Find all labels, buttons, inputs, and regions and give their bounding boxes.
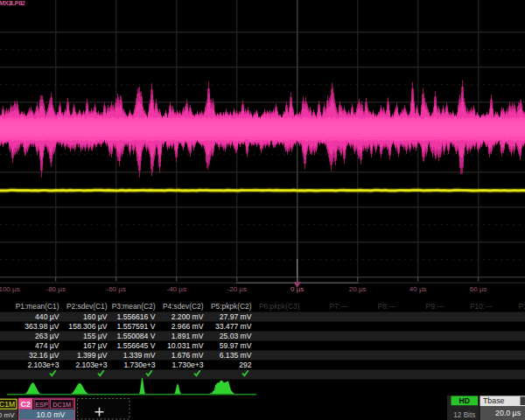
svg-text:27.97 mV: 27.97 mV <box>220 312 252 321</box>
svg-text:40 µs: 40 µs <box>410 285 427 293</box>
svg-text:292: 292 <box>239 360 252 369</box>
svg-text:363.98 µV: 363.98 µV <box>24 322 60 331</box>
svg-text:474 µV: 474 µV <box>35 341 60 350</box>
svg-text:P3:mean(C2): P3:mean(C2) <box>112 302 156 311</box>
svg-text:P4:sdev(C2): P4:sdev(C2) <box>163 302 204 311</box>
svg-text:1.891 mV: 1.891 mV <box>172 332 204 340</box>
svg-text:ESP: ESP <box>35 401 48 409</box>
svg-text:-80 µs: -80 µs <box>46 285 65 293</box>
svg-text:440 µV: 440 µV <box>35 312 60 321</box>
svg-text:-60 µs: -60 µs <box>106 285 125 293</box>
svg-text:25.03 mV: 25.03 mV <box>220 332 252 340</box>
svg-text:1.556645 V: 1.556645 V <box>117 341 156 350</box>
svg-text:155 µV: 155 µV <box>83 332 108 340</box>
svg-text:P6:pkpk(C3): P6:pkpk(C3) <box>259 302 300 311</box>
svg-text:P5:pkpk(C2): P5:pkpk(C2) <box>211 302 252 311</box>
svg-text:160 µV: 160 µV <box>83 312 108 321</box>
svg-text:1.399 µV: 1.399 µV <box>77 351 108 360</box>
svg-text:0 µs: 0 µs <box>290 285 304 293</box>
svg-text:0 mV: 0 mV <box>0 411 15 419</box>
svg-text:1.730e+3: 1.730e+3 <box>172 360 203 369</box>
svg-text:2.200 mV: 2.200 mV <box>172 312 204 321</box>
svg-text:P9:---: P9:--- <box>426 302 444 311</box>
svg-text:DC1M: DC1M <box>52 401 71 409</box>
svg-text:2.103e+3: 2.103e+3 <box>27 360 59 369</box>
svg-text:158.306 µV: 158.306 µV <box>68 322 107 331</box>
svg-text:P2:sdev(C1): P2:sdev(C1) <box>66 302 108 311</box>
svg-text:32.16 µV: 32.16 µV <box>29 351 60 360</box>
svg-text:1.556616 V: 1.556616 V <box>117 312 156 321</box>
svg-text:1.339 mV: 1.339 mV <box>123 351 156 360</box>
svg-text:P1:mean(C1): P1:mean(C1) <box>16 302 60 311</box>
svg-text:1.557591 V: 1.557591 V <box>117 322 156 331</box>
svg-text:60 µs: 60 µs <box>470 285 487 293</box>
svg-text:1.550084 V: 1.550084 V <box>117 332 156 340</box>
svg-text:P7:---: P7:--- <box>330 302 348 311</box>
svg-text:-100 µs: -100 µs <box>0 285 20 293</box>
svg-text:DC1M: DC1M <box>0 400 15 409</box>
svg-text:59.97 mV: 59.97 mV <box>220 341 252 350</box>
svg-text:10.0 mV: 10.0 mV <box>37 410 66 419</box>
svg-text:33.477 mV: 33.477 mV <box>215 322 252 331</box>
svg-text:263 µV: 263 µV <box>35 332 60 340</box>
svg-text:-20 µs: -20 µs <box>227 285 246 293</box>
svg-text:1.676 mV: 1.676 mV <box>172 351 204 360</box>
svg-text:10.031 mV: 10.031 mV <box>167 341 204 350</box>
svg-text:6.135 mV: 6.135 mV <box>220 351 252 360</box>
svg-text:C2: C2 <box>21 400 31 409</box>
svg-text:-40 µs: -40 µs <box>166 285 186 293</box>
svg-text:167 µV: 167 µV <box>83 341 108 350</box>
svg-text:2.966 mV: 2.966 mV <box>172 322 204 331</box>
svg-text:Tbase: Tbase <box>483 396 505 405</box>
svg-text:MX3LP82: MX3LP82 <box>0 0 25 7</box>
svg-text:12 Bits: 12 Bits <box>453 411 475 419</box>
svg-text:P10:---: P10:--- <box>470 302 493 311</box>
svg-text:20.0 µs: 20.0 µs <box>495 409 522 417</box>
svg-text:HD: HD <box>459 396 470 405</box>
svg-text:2.103e+3: 2.103e+3 <box>75 360 107 369</box>
svg-text:1.730e+3: 1.730e+3 <box>123 360 155 369</box>
svg-text:P11:---: P11:--- <box>519 302 525 311</box>
svg-text:20 µs: 20 µs <box>349 285 367 293</box>
svg-text:P8:---: P8:--- <box>378 302 396 311</box>
